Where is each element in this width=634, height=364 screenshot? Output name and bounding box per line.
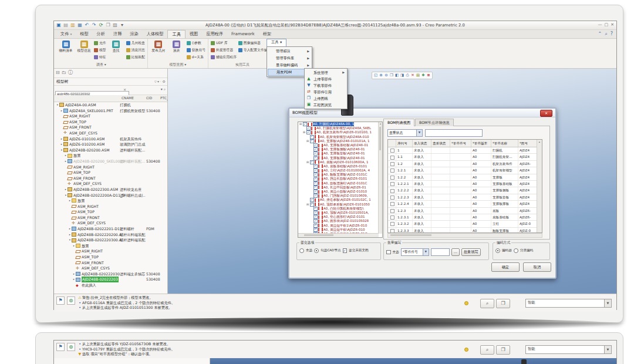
- clear-search-icon[interactable]: ✕: [123, 87, 126, 92]
- row-checkbox[interactable]: [390, 168, 394, 173]
- row-checkbox[interactable]: [390, 156, 394, 160]
- search-icon[interactable]: ⌕: [605, 31, 607, 37]
- tab-视图[interactable]: 视图: [186, 30, 202, 38]
- ribbon-group-label[interactable]: 模型意图 ▾: [148, 62, 208, 68]
- checkbox-checked[interactable]: [313, 190, 318, 194]
- cancel-button[interactable]: 取消: [523, 262, 551, 272]
- tree-row[interactable]: ▸AJDZ48B-020222030进料端支承轴芯530408: [54, 271, 167, 277]
- radio-编码器[interactable]: [495, 248, 500, 253]
- model-icon[interactable]: ◍: [67, 343, 75, 351]
- row-checkbox[interactable]: [390, 162, 394, 166]
- bom-tree-row[interactable]: A0, 底板基础板\AJDZ6-0101: [298, 164, 379, 168]
- bom-table-vscrollbar[interactable]: ▴: [537, 140, 542, 232]
- tree-row[interactable]: ASM_FRONT: [54, 124, 167, 130]
- ribbon-button[interactable]: 几何检查: [126, 40, 145, 46]
- column-header[interactable]: *图号: [518, 140, 537, 147]
- find-button-2[interactable]: ⌕: [480, 345, 494, 355]
- tree-row[interactable]: ▾AJDZ48A-00.ASM打捆机: [54, 102, 167, 108]
- zoom-out-icon[interactable]: ⊖: [384, 72, 389, 79]
- ribbon-button[interactable]: 模型: [94, 47, 106, 53]
- tree-row[interactable]: ▸放置: [54, 198, 167, 204]
- bom-table-row[interactable]: 1.2.2.1未录入A0支撑板基础板AJDZ4: [388, 181, 542, 187]
- bom-table-row[interactable]: 1.2.2未录入A0支撑板AJDZ4: [388, 174, 542, 181]
- tab-渲染[interactable]: 渲染: [126, 30, 142, 38]
- bom-table-row[interactable]: 1.2.3.1未录入A0底板基础板AJDZ6-: [388, 214, 542, 221]
- checkbox-checked[interactable]: [310, 198, 314, 202]
- tree-row[interactable]: ▸AJDZ6-010200.ASM玻璃防护门总成: [54, 141, 167, 147]
- selection-filter-combobox[interactable]: 智能 ▼: [525, 299, 612, 308]
- bom-tree-vscrollbar[interactable]: ▴: [378, 122, 382, 234]
- tab-注释[interactable]: 注释: [109, 30, 126, 38]
- submenu-item-下载零部件[interactable]: ▼下载零部件: [305, 82, 346, 89]
- submenu-item-上传零部件[interactable]: ▲上传零部件: [305, 76, 346, 82]
- tree-row[interactable]: ▸AJDZ6-010100.ASM机架及装饰件: [54, 136, 167, 142]
- ribbon-button[interactable]: ▦物料清单: [58, 40, 74, 52]
- bom-tree-row[interactable]: A0, 支撑板撑板\AJDZ48-01: [298, 156, 379, 160]
- checkbox-checked[interactable]: [313, 151, 318, 156]
- row-checkbox[interactable]: [390, 196, 394, 200]
- column-header[interactable]: *零件版本: [471, 140, 491, 147]
- bom-tree-row[interactable]: A0, 立柱\AJDZ-01010002A, 4: [298, 168, 379, 173]
- checkbox-checked[interactable]: [310, 160, 314, 164]
- bom-tree-row[interactable]: A0, 支撑板垫板\AJDZ48-01: [298, 151, 379, 156]
- model-icon[interactable]: ◍: [67, 296, 75, 305]
- tree-row[interactable]: ASM_RIGHT: [54, 164, 167, 170]
- ribbon-button[interactable]: ▦发布几何: [150, 40, 167, 52]
- tree-row[interactable]: ASM_FRONT: [54, 260, 167, 266]
- bom-tree-row[interactable]: A0, 凸轮分拣机构骨架模型\: [298, 207, 379, 211]
- submenu-item-零部件引用[interactable]: ⇄零部件引用: [305, 89, 346, 95]
- row-checkbox[interactable]: [390, 176, 394, 180]
- tree-row[interactable]: ASM_TOP: [54, 170, 167, 176]
- collapse-ribbon-icon[interactable]: ⌃: [598, 31, 602, 37]
- graphics-viewport[interactable]: ◱⊕⊖❐◧◨⎙✕▤❖≣ BOM视图模型 ✕ ⊟A0, 打捆机\AJDZ48A-0…: [168, 69, 616, 294]
- ribbon-button[interactable]: UDF 库: [211, 40, 237, 46]
- tree-row[interactable]: ▸AJDZ48A_SKEL0001.PRT打捆机骨架模型530408: [54, 108, 167, 114]
- annotation-icon[interactable]: ▤: [416, 72, 420, 79]
- chevron-down-icon[interactable]: ▼: [604, 299, 611, 307]
- checkbox-checked[interactable]: [313, 164, 318, 168]
- ribbon-button[interactable]: ▦查找: [108, 40, 124, 52]
- batch-fill-button[interactable]: 批量填写: [461, 248, 481, 256]
- row-checkbox[interactable]: [390, 209, 394, 213]
- print-icon[interactable]: ⎙: [405, 72, 410, 79]
- ribbon-button[interactable]: 比较装配: [126, 54, 145, 60]
- tree-row[interactable]: ▾AJDZ48B-02022200A-D11_5进料螺杆总成(…: [54, 193, 167, 198]
- tab-工具[interactable]: 工具: [167, 30, 185, 38]
- column-header[interactable]: 序列号: [396, 140, 413, 147]
- menu-item-管理标注[interactable]: 管理标注▶: [268, 48, 311, 55]
- tree-row[interactable]: ASM_DEF_CSYS: [54, 265, 167, 271]
- bom-tree-row[interactable]: A0, 肋板连接柱\AJDZ-0101C: [298, 181, 379, 186]
- tree-row[interactable]: ▸放置: [54, 153, 167, 159]
- checkbox-checked[interactable]: [313, 219, 318, 223]
- bom-table-row[interactable]: 1.2.1未录入A0机架骨架模型AJDZ4: [388, 167, 542, 174]
- checkbox-checked[interactable]: [313, 211, 318, 215]
- checkbox-checked[interactable]: [313, 168, 318, 173]
- tree-row[interactable]: ASM_DEF_CSYS: [54, 181, 167, 187]
- tree-row[interactable]: ASM_RIGHT: [54, 113, 167, 119]
- column-header[interactable]: *零件件号: [450, 140, 471, 147]
- tree-row[interactable]: ASM_RIGHT: [54, 248, 167, 254]
- bom-filter-input[interactable]: [425, 129, 483, 137]
- row-checkbox[interactable]: [390, 202, 394, 206]
- info-icon[interactable]: ⓘ: [68, 69, 73, 77]
- help-icon[interactable]: ?: [611, 31, 613, 37]
- column-cname[interactable]: CNAME: [122, 96, 134, 100]
- checkbox-checked[interactable]: [313, 156, 318, 160]
- tree-row[interactable]: ASM_DEF_CSYS: [54, 130, 167, 136]
- bom-tree-row[interactable]: A0, 滑道承板\AJDZ6-010102C, 1: [298, 198, 379, 202]
- tree-row[interactable]: ▸AJDZ48B-02022201-D11进料螺杆PDM: [54, 226, 167, 232]
- tree-row[interactable]: ▸AJDZ48B-0202220200.A螺杆出料端装配…: [54, 232, 167, 238]
- checkbox-checked[interactable]: [303, 122, 307, 126]
- datum-display-icon[interactable]: ✕: [410, 72, 415, 79]
- dialog-close-button[interactable]: ✕: [540, 110, 552, 117]
- tree-row[interactable]: ▾AJDZ48B-020200.ASM进料螺杆装配…: [54, 147, 167, 153]
- tab-文件[interactable]: 文件 ▾: [56, 30, 76, 38]
- tree-row[interactable]: ASM_TOP: [54, 119, 167, 125]
- checkbox-提交关联文档[interactable]: [343, 248, 348, 253]
- bom-table-row[interactable]: 1.2.2.3未录入A0支撑板垫板AJDZ4: [388, 194, 542, 201]
- tab-分析[interactable]: 分析: [93, 30, 109, 38]
- checkbox-checked[interactable]: [313, 207, 318, 211]
- bom-tree-row[interactable]: A0, 支撑板基础板\AJDZ48-01: [298, 143, 379, 147]
- tree-row[interactable]: 在此插入: [54, 282, 167, 288]
- zoom-in-icon[interactable]: ⊕: [379, 72, 383, 79]
